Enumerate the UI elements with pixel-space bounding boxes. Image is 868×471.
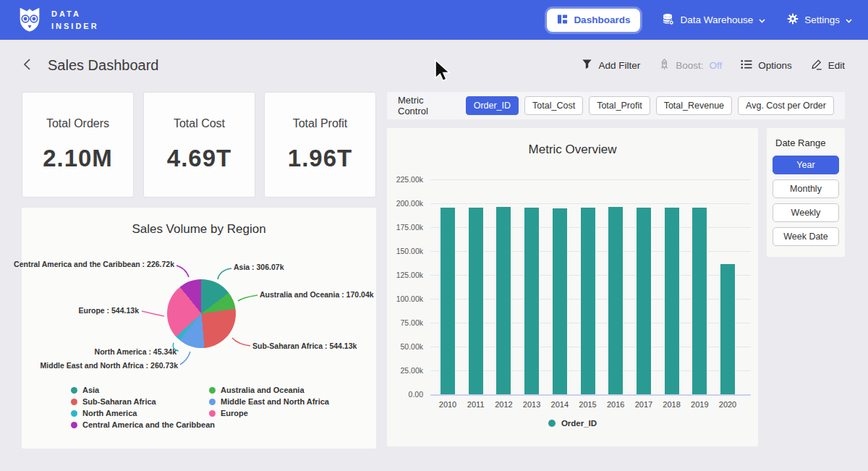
gear-icon xyxy=(787,13,799,27)
x-axis-tick: 2017 xyxy=(635,400,652,409)
pie-chart-area: Asia : 306.07kAustralia and Oceania : 17… xyxy=(22,208,376,449)
metric-control-label: Metric Control xyxy=(398,95,456,116)
y-axis-tick: 50.00k xyxy=(387,342,423,351)
edit-button[interactable]: Edit xyxy=(811,59,845,72)
bar-2016[interactable] xyxy=(608,207,623,394)
pie-legend-asia[interactable]: Asia xyxy=(71,386,99,394)
date-range-panel: Date Range YearMonthlyWeeklyWeek Date xyxy=(767,128,845,257)
app-window: DATA INSIDER Dashboards xyxy=(0,0,868,471)
dashboards-label: Dashboards xyxy=(574,14,630,25)
bar-2020[interactable] xyxy=(720,264,735,394)
metric-button-order-id[interactable]: Order_ID xyxy=(466,96,519,115)
kpi-card-total-cost: Total Cost 4.69T xyxy=(143,92,255,198)
pie-legend-australia-and-oceania[interactable]: Australia and Oceania xyxy=(209,386,305,394)
settings-label: Settings xyxy=(804,14,840,25)
date-range-buttons: YearMonthlyWeeklyWeek Date xyxy=(773,156,839,246)
chevron-left-icon xyxy=(23,58,31,73)
navbar-menu: Dashboards Data Warehouse xyxy=(547,9,852,32)
database-icon xyxy=(662,13,674,27)
options-button[interactable]: Options xyxy=(741,59,792,72)
kpi-label: Total Orders xyxy=(46,117,109,130)
back-button[interactable] xyxy=(23,58,31,73)
metric-button-total-profit[interactable]: Total_Profit xyxy=(589,96,650,115)
kpi-value: 2.10M xyxy=(43,145,113,172)
dashboard-grid-icon xyxy=(557,14,568,27)
legend-dot-icon xyxy=(71,399,77,405)
metric-button-total-cost[interactable]: Total_Cost xyxy=(524,96,583,115)
bar-chart: 225.00k200.00k175.00k150.00k125.00k100.0… xyxy=(387,128,758,446)
pie-legend-north-america[interactable]: North America xyxy=(71,409,137,417)
y-axis-tick: 175.00k xyxy=(387,223,423,232)
owl-logo-icon xyxy=(16,5,43,35)
pencil-icon xyxy=(811,59,822,72)
pie-label-australia-and-oceania: Australia and Oceania : 170.04k xyxy=(260,290,374,299)
bar-2010[interactable] xyxy=(441,208,455,394)
date-range-button-weekly[interactable]: Weekly xyxy=(773,203,839,222)
add-filter-button[interactable]: Add Filter xyxy=(582,59,640,72)
legend-label: Middle East and North Africa xyxy=(221,397,329,406)
add-filter-label: Add Filter xyxy=(598,60,640,71)
legend-dot-icon xyxy=(209,399,216,405)
data-warehouse-label: Data Warehouse xyxy=(680,14,753,25)
y-axis-tick: 225.00k xyxy=(387,175,423,184)
metric-button-total-revenue[interactable]: Total_Revenue xyxy=(656,96,732,115)
data-warehouse-menu[interactable]: Data Warehouse xyxy=(662,13,765,27)
options-label: Options xyxy=(758,60,792,71)
pie-legend-middle-east-and-north-africa[interactable]: Middle East and North Africa xyxy=(209,397,329,406)
date-range-button-monthly[interactable]: Monthly xyxy=(773,179,839,198)
y-axis-tick: 200.00k xyxy=(387,199,423,208)
legend-label: Australia and Oceania xyxy=(221,386,305,394)
bar-2011[interactable] xyxy=(469,208,483,394)
brand-line1: DATA xyxy=(51,8,99,20)
pie-chart[interactable] xyxy=(167,279,236,348)
legend-dot-icon xyxy=(209,387,216,394)
y-axis-tick: 125.00k xyxy=(387,271,423,279)
bar-2013[interactable] xyxy=(524,208,539,394)
filter-funnel-icon xyxy=(582,59,592,72)
x-axis-tick: 2011 xyxy=(467,400,485,409)
y-axis-tick: 0.00 xyxy=(387,390,423,399)
boost-label: Boost: xyxy=(676,60,703,71)
list-icon xyxy=(741,59,752,72)
y-axis-tick: 25.00k xyxy=(387,366,423,375)
bar-2015[interactable] xyxy=(581,208,595,394)
legend-dot-icon xyxy=(548,420,556,427)
bar-2012[interactable] xyxy=(496,207,511,394)
x-axis-tick: 2013 xyxy=(523,400,540,409)
x-axis-tick: 2012 xyxy=(495,400,512,409)
pie-chart-panel: Sales Volume by Region Asia : 306.07kAus… xyxy=(22,208,376,449)
settings-menu[interactable]: Settings xyxy=(787,13,852,27)
y-axis-tick: 75.00k xyxy=(387,318,423,327)
date-range-label: Date Range xyxy=(775,137,839,148)
top-navbar: DATA INSIDER Dashboards xyxy=(0,0,868,40)
gridline xyxy=(430,179,751,180)
legend-label: Order_ID xyxy=(561,419,597,428)
boost-toggle[interactable]: Boost: Off xyxy=(659,59,722,72)
bar-2018[interactable] xyxy=(665,208,679,394)
edit-label: Edit xyxy=(828,60,845,71)
kpi-card-total-orders: Total Orders 2.10M xyxy=(22,92,134,198)
date-range-button-year[interactable]: Year xyxy=(773,156,839,174)
date-range-button-week-date[interactable]: Week Date xyxy=(773,227,839,246)
boost-state: Off xyxy=(709,60,722,71)
bar-2019[interactable] xyxy=(692,208,707,394)
bar-2017[interactable] xyxy=(637,208,651,394)
legend-label: Asia xyxy=(82,386,99,394)
metric-control-bar: Metric Control Order_IDTotal_CostTotal_P… xyxy=(387,92,845,119)
pie-legend-europe[interactable]: Europe xyxy=(209,409,248,417)
pie-legend-central-america-and-the-caribbean[interactable]: Central America and the Caribbean xyxy=(71,420,215,429)
bar-2014[interactable] xyxy=(553,208,567,394)
y-axis-tick: 100.00k xyxy=(387,294,423,303)
x-axis-tick: 2016 xyxy=(607,400,624,409)
bar-chart-panel: Metric Overview 225.00k200.00k175.00k150… xyxy=(387,128,758,446)
kpi-label: Total Profit xyxy=(293,117,348,130)
pie-label-sub-saharan-africa: Sub-Saharan Africa : 544.13k xyxy=(252,341,357,350)
kpi-value: 1.96T xyxy=(288,145,352,172)
dashboards-button[interactable]: Dashboards xyxy=(547,9,640,32)
gridline xyxy=(430,203,751,204)
metric-buttons: Order_IDTotal_CostTotal_ProfitTotal_Reve… xyxy=(466,96,834,115)
pie-legend-sub-saharan-africa[interactable]: Sub-Saharan Africa xyxy=(71,397,156,406)
bar-chart-legend[interactable]: Order_ID xyxy=(387,419,758,428)
y-axis-tick: 150.00k xyxy=(387,247,423,255)
metric-button-avg-cost-per-order[interactable]: Avg. Cost per Order xyxy=(738,96,834,115)
